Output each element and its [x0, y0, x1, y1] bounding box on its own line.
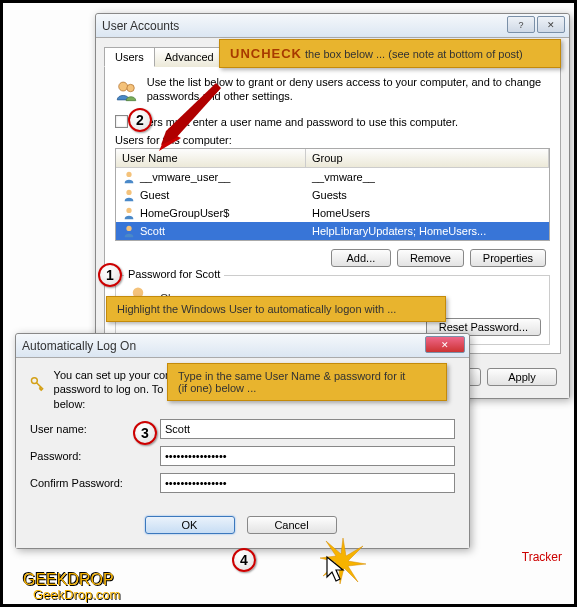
table-row[interactable]: __vmware_user__ __vmware__	[116, 168, 549, 186]
password-input[interactable]	[160, 446, 455, 466]
close-button[interactable]: ✕	[425, 336, 465, 353]
user-icon	[122, 224, 136, 238]
note-type: Type in the same User Name & password fo…	[167, 363, 447, 401]
close-button[interactable]: ✕	[537, 16, 565, 33]
tracker-link[interactable]: Tracker	[522, 550, 562, 564]
arrow-icon	[151, 83, 231, 153]
ok-button[interactable]: OK	[145, 516, 235, 534]
user-accounts-title: User Accounts	[102, 19, 179, 33]
step-number-3: 3	[133, 421, 157, 445]
svg-point-5	[126, 226, 131, 231]
confirm-password-label: Confirm Password:	[30, 477, 160, 489]
table-row[interactable]: Guest Guests	[116, 186, 549, 204]
keys-icon	[30, 368, 46, 400]
help-button[interactable]: ?	[507, 16, 535, 33]
svg-point-4	[126, 208, 131, 213]
password-group-title: Password for Scott	[124, 268, 224, 280]
username-input[interactable]	[160, 419, 455, 439]
svg-point-3	[126, 190, 131, 195]
apply-button[interactable]: Apply	[487, 368, 557, 386]
users-listbox[interactable]: User Name Group __vmware_user__ __vmware…	[115, 148, 550, 241]
tab-users[interactable]: Users	[104, 47, 155, 67]
step-number-2: 2	[128, 108, 152, 132]
user-icon	[122, 206, 136, 220]
note-uncheck: UNCHECK the box below ... (see note at b…	[219, 39, 561, 68]
step-number-4: 4	[232, 548, 256, 572]
remove-button[interactable]: Remove	[397, 249, 464, 267]
tab-advanced[interactable]: Advanced	[154, 47, 225, 67]
svg-marker-8	[161, 83, 221, 145]
require-password-checkbox[interactable]	[115, 115, 128, 128]
user-icon	[122, 188, 136, 202]
user-icon	[122, 170, 136, 184]
svg-point-0	[119, 82, 128, 91]
auto-logon-titlebar[interactable]: Automatically Log On ✕	[16, 334, 469, 358]
svg-point-1	[127, 84, 134, 91]
auto-logon-title: Automatically Log On	[22, 339, 136, 353]
col-group[interactable]: Group	[306, 149, 549, 167]
add-button[interactable]: Add...	[331, 249, 391, 267]
table-row[interactable]: HomeGroupUser$ HomeUsers	[116, 204, 549, 222]
users-icon	[115, 75, 139, 107]
note-highlight: Highlight the Windows User to automatica…	[106, 296, 446, 322]
password-label: Password:	[30, 450, 160, 462]
step-number-1: 1	[98, 263, 122, 287]
confirm-password-input[interactable]	[160, 473, 455, 493]
geekdrop-url: GeekDrop.com	[33, 587, 120, 602]
properties-button[interactable]: Properties	[470, 249, 546, 267]
cancel-button[interactable]: Cancel	[247, 516, 337, 534]
svg-point-2	[126, 172, 131, 177]
user-accounts-titlebar[interactable]: User Accounts ? ✕	[96, 14, 569, 38]
cursor-icon	[325, 555, 349, 585]
table-row-selected[interactable]: Scott HelpLibraryUpdaters; HomeUsers...	[116, 222, 549, 240]
